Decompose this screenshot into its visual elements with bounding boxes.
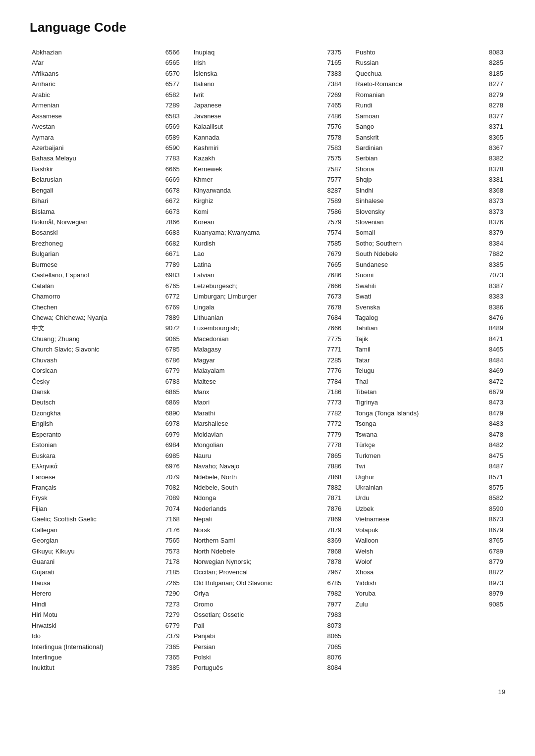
language-code: 8471: [484, 334, 503, 344]
language-name: Chuvash: [32, 355, 161, 365]
list-item: Russian8285: [353, 57, 505, 68]
language-code: 6682: [161, 238, 180, 249]
language-name: Latina: [194, 259, 323, 270]
language-code: 8385: [484, 259, 503, 270]
list-item: Raeto-Romance8277: [353, 79, 505, 89]
list-item: Chuang; Zhuang9065: [30, 334, 182, 344]
language-code: 7782: [322, 408, 341, 418]
language-name: Castellano, Español: [32, 270, 161, 280]
language-name: Romanian: [355, 90, 484, 100]
list-item: Ossetian; Ossetic7983: [192, 609, 344, 620]
list-item: 中文9072: [30, 323, 182, 333]
language-code: 6976: [161, 461, 180, 471]
language-code: 8379: [484, 227, 503, 238]
language-code: 6570: [161, 68, 180, 79]
language-name: Chamorro: [32, 291, 161, 302]
language-name: Português: [194, 662, 323, 673]
list-item: Sundanese8385: [353, 259, 505, 270]
list-item: Tatar8484: [353, 355, 505, 365]
list-item: Ivrit7269: [192, 90, 344, 100]
language-code: 7385: [161, 662, 180, 673]
list-item: Vietnamese8673: [353, 514, 505, 524]
language-code: 6979: [161, 429, 180, 440]
list-item: Sardinian8367: [353, 143, 505, 153]
list-item: Chewa; Chichewa; Nyanja7889: [30, 312, 182, 323]
language-name: Amharic: [32, 79, 161, 89]
language-name: Norsk: [194, 525, 323, 535]
language-name: Sotho; Southern: [355, 238, 484, 249]
language-code: 7587: [322, 164, 341, 174]
list-item: Gujarati7185: [30, 567, 182, 577]
language-code: 6890: [161, 408, 180, 418]
language-code: 8465: [484, 344, 503, 354]
list-item: Herero7290: [30, 588, 182, 599]
list-item: Latina7665: [192, 259, 344, 270]
language-name: Vietnamese: [355, 514, 484, 524]
language-code: 7079: [161, 472, 180, 482]
language-name: Uighur: [355, 472, 484, 482]
list-item: Urdu8582: [353, 493, 505, 503]
list-item: Lingala7678: [192, 302, 344, 312]
list-item: Français7082: [30, 482, 182, 493]
language-code: 7686: [322, 270, 341, 280]
language-code: 7666: [322, 323, 341, 333]
language-name: Italiano: [194, 79, 323, 89]
list-item: Romanian8279: [353, 90, 505, 100]
list-item: Twi8487: [353, 461, 505, 471]
list-item: Luxembourgish;7666: [192, 323, 344, 333]
language-name: Interlingue: [32, 652, 161, 662]
list-item: Samoan8377: [353, 111, 505, 121]
language-name: Turkmen: [355, 451, 484, 461]
language-name: Kashmiri: [194, 143, 323, 153]
list-item: Zulu9085: [353, 599, 505, 609]
language-code: 7773: [322, 397, 341, 407]
language-name: Swahili: [355, 281, 484, 291]
list-item: Euskara6985: [30, 451, 182, 461]
language-name: Gikuyu; Kikuyu: [32, 546, 161, 556]
language-name: Sango: [355, 121, 484, 132]
list-item: Swati8383: [353, 291, 505, 302]
language-code: 6779: [161, 620, 180, 631]
language-name: Quechua: [355, 68, 484, 79]
list-item: Slovensky8373: [353, 206, 505, 217]
language-code: 8479: [484, 408, 503, 418]
language-name: Wolof: [355, 556, 484, 567]
language-code: 7977: [322, 599, 341, 609]
language-name: Afar: [32, 57, 161, 68]
list-item: Faroese7079: [30, 472, 182, 482]
language-code: 8571: [484, 472, 503, 482]
list-item: Kazakh7575: [192, 153, 344, 163]
list-item: Kuanyama; Kwanyama7574: [192, 227, 344, 238]
list-item: Moldavian7779: [192, 429, 344, 440]
language-name: Gallegan: [32, 525, 161, 535]
list-item: Maori7773: [192, 397, 344, 407]
language-code: 8384: [484, 238, 503, 249]
list-item: Tagalog8476: [353, 312, 505, 323]
list-item: Česky6783: [30, 376, 182, 387]
language-code: 8285: [484, 57, 503, 68]
language-code: 7365: [161, 642, 180, 652]
language-code: 8575: [484, 482, 503, 493]
language-name: Kirghiz: [194, 196, 323, 206]
language-code: 8367: [484, 143, 503, 153]
language-code: 6789: [484, 546, 503, 556]
language-code: 8472: [484, 376, 503, 387]
language-code: 7586: [322, 206, 341, 217]
list-item: Armenian7289: [30, 100, 182, 110]
language-code: 8489: [484, 323, 503, 333]
language-code: 8483: [484, 418, 503, 429]
language-code: 7882: [484, 249, 503, 259]
list-item: Abkhazian6566: [30, 47, 182, 57]
language-name: Russian: [355, 57, 484, 68]
list-item: Bashkir6665: [30, 164, 182, 174]
language-code: 7878: [322, 556, 341, 567]
language-code: 7882: [322, 482, 341, 493]
list-item: Shqip8381: [353, 174, 505, 185]
language-name: Belarusian: [32, 174, 161, 185]
language-name: Kernewek: [194, 164, 323, 174]
language-code: 6671: [161, 249, 180, 259]
language-code: 6786: [161, 355, 180, 365]
language-name: Sundanese: [355, 259, 484, 270]
list-item: Sotho; Southern8384: [353, 238, 505, 249]
language-code: 6565: [161, 57, 180, 68]
